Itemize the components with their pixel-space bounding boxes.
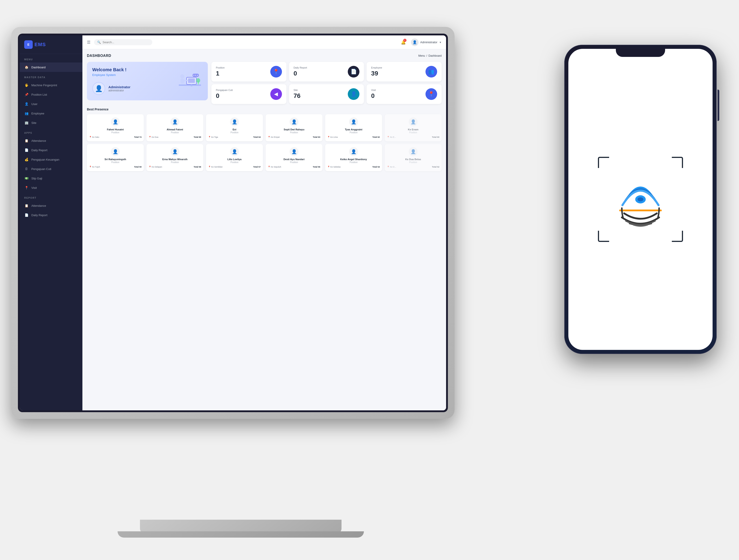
search-icon: 🔍 bbox=[97, 40, 101, 44]
welcome-card: Welcome Back ! Employee System bbox=[87, 62, 208, 100]
hamburger-icon[interactable]: ☰ bbox=[87, 40, 91, 45]
rank-badge: 📍 Ke Tujuh bbox=[89, 166, 100, 168]
attendance-icon: 📋 bbox=[24, 138, 29, 143]
presence-name: Septi Dwi Rahayu bbox=[284, 128, 304, 131]
best-presence-title: Best Presence bbox=[87, 108, 442, 111]
fingerprint-container bbox=[568, 49, 713, 350]
stat-card-position: Position 1 📍 bbox=[211, 62, 286, 82]
frame-corner-bl bbox=[598, 231, 609, 242]
avatar: 👤 bbox=[170, 147, 179, 156]
breadcrumb-menu: Menu bbox=[418, 54, 425, 57]
sidebar-item-label: User bbox=[31, 102, 37, 106]
stat-icon-employee: 👥 bbox=[426, 66, 437, 78]
sidebar-item-pengajuan-keuangan[interactable]: 💰 Pengajuan Keuangan bbox=[20, 155, 83, 164]
stat-label-daily-report: Daily Report bbox=[294, 66, 307, 69]
main-content: ☰ 🔍 🔔 9 👤 Administra bbox=[83, 35, 446, 410]
visit-icon: 📍 bbox=[24, 185, 29, 190]
sidebar-item-slip-gaji[interactable]: 💵 Slip Gaji bbox=[20, 174, 83, 183]
avatar: 👤 bbox=[409, 147, 418, 156]
sidebar-item-label: Visit bbox=[31, 186, 37, 189]
best-presence-section: Best Presence 👤 Fahmi Husaini Position 📍… bbox=[87, 108, 442, 171]
avatar: 👤 bbox=[290, 147, 299, 156]
total-badge: Total 74 bbox=[134, 136, 142, 138]
frame-corner-tr bbox=[672, 157, 683, 168]
phone-body bbox=[564, 45, 717, 354]
stat-label-cuti: Pengajuan Cuti bbox=[216, 89, 233, 92]
stat-value-position: 1 bbox=[216, 70, 225, 77]
rank-badge: 📍 Ke Lima bbox=[327, 136, 338, 138]
position-icon: 📌 bbox=[24, 92, 29, 97]
report-daily-icon: 📄 bbox=[24, 213, 29, 217]
stat-card-employee: Employee 39 👥 bbox=[366, 62, 442, 82]
avatar: 👤 bbox=[170, 117, 179, 126]
keuangan-icon: 💰 bbox=[24, 157, 29, 162]
total-badge: Total 63 bbox=[313, 136, 320, 138]
welcome-avatar: 👤 bbox=[92, 82, 105, 95]
sidebar-item-user[interactable]: 👤 User bbox=[20, 99, 83, 109]
svg-rect-2 bbox=[188, 79, 195, 83]
admin-menu[interactable]: 👤 Administrator ▼ bbox=[411, 38, 442, 46]
report-attendance-icon: 📋 bbox=[24, 203, 29, 208]
rank-badge: 📍 Ke Delapan bbox=[149, 166, 162, 168]
admin-name: Administrator bbox=[420, 40, 438, 44]
sidebar-item-report-daily[interactable]: 📄 Daily Report bbox=[20, 211, 83, 220]
daily-report-icon: 📄 bbox=[24, 148, 29, 152]
laptop-screen-outer: E EMS MENU 🏠 Dashboard MASTER DATA 🖐 Mac… bbox=[18, 34, 448, 412]
cuti-icon: 🗓 bbox=[24, 167, 29, 171]
total-badge: Total 57 bbox=[253, 166, 261, 168]
frame-corner-tl bbox=[598, 157, 609, 168]
frame-corner-br bbox=[672, 231, 683, 242]
sidebar-item-machine-fingerprint[interactable]: 🖐 Machine Fingerprint bbox=[20, 81, 83, 90]
rank-badge: 📍 Ke E... bbox=[387, 136, 396, 138]
presence-name: Desti Ayu Nandari bbox=[284, 158, 305, 161]
avatar: 👤 bbox=[111, 117, 120, 126]
total-badge: Total 60 bbox=[432, 136, 439, 138]
notification-badge: 9 bbox=[403, 39, 407, 42]
sidebar-item-visit[interactable]: 📍 Visit bbox=[20, 183, 83, 192]
presence-name: Lilis Loeliya bbox=[228, 158, 242, 161]
presence-position: Position bbox=[349, 131, 357, 134]
sidebar-item-label: Daily Report bbox=[31, 214, 47, 217]
stat-icon-cuti: ◀ bbox=[270, 88, 282, 100]
stat-card-daily-report: Daily Report 0 📄 bbox=[289, 62, 364, 82]
sidebar-item-employee[interactable]: 👥 Employee bbox=[20, 109, 83, 118]
presence-position: Position bbox=[409, 161, 417, 163]
stats-row-1: Position 1 📍 Daily Report 0 bbox=[211, 62, 442, 82]
presence-position: Position bbox=[290, 161, 298, 163]
presence-name: Ahmad Fatoni bbox=[167, 128, 183, 131]
presence-name: Sri Rahayuningsih bbox=[105, 158, 126, 161]
sidebar-item-report-attendance[interactable]: 📋 Attendance bbox=[20, 201, 83, 211]
sidebar-item-daily-report[interactable]: 📄 Daily Report bbox=[20, 145, 83, 155]
stat-label-visit: Visit bbox=[371, 89, 376, 92]
desk-illustration bbox=[176, 69, 203, 94]
svg-rect-5 bbox=[180, 79, 184, 84]
welcome-user-name: Administrator bbox=[108, 85, 130, 89]
list-item: 👤 Ahmad Fatoni Position 📍 Ke Dua Total 6… bbox=[146, 114, 203, 141]
sidebar-item-dashboard[interactable]: 🏠 Dashboard bbox=[20, 62, 83, 72]
report-section-label: REPORT bbox=[20, 192, 83, 201]
topbar-right: 🔔 9 👤 Administrator ▼ bbox=[399, 38, 442, 46]
list-item: 👤 Lilis Loeliya Position 📍 Ke Sembilan T… bbox=[206, 144, 263, 171]
sidebar-item-label: Machine Fingerprint bbox=[31, 84, 57, 87]
phone-notch bbox=[616, 49, 665, 57]
list-item: 👤 Septi Dwi Rahayu Position 📍 Ke Empat T… bbox=[266, 114, 322, 141]
notification-button[interactable]: 🔔 9 bbox=[399, 38, 407, 46]
sidebar-item-site[interactable]: 🏢 Site bbox=[20, 118, 83, 127]
sidebar-item-label: Position List bbox=[31, 93, 47, 96]
phone-device bbox=[564, 45, 717, 354]
avatar: 👤 bbox=[411, 38, 419, 46]
menu-section-label: MENU bbox=[20, 54, 83, 62]
stat-value-site: 76 bbox=[294, 92, 301, 100]
search-input[interactable] bbox=[103, 40, 143, 44]
sidebar-item-attendance[interactable]: 📋 Attendance bbox=[20, 136, 83, 145]
sidebar-item-position-list[interactable]: 📌 Position List bbox=[20, 90, 83, 99]
laptop-foot bbox=[118, 531, 364, 538]
total-badge: Total 59 bbox=[134, 166, 142, 168]
breadcrumb: Menu / Dashboard bbox=[418, 54, 442, 57]
avatar: 👤 bbox=[409, 117, 418, 126]
stat-icon-site: 👤 bbox=[348, 88, 359, 100]
search-box: 🔍 bbox=[94, 39, 152, 45]
presence-position: Position bbox=[171, 161, 179, 163]
sidebar-item-pengajuan-cuti[interactable]: 🗓 Pengajuan Cuti bbox=[20, 164, 83, 174]
phone-screen bbox=[568, 49, 713, 350]
